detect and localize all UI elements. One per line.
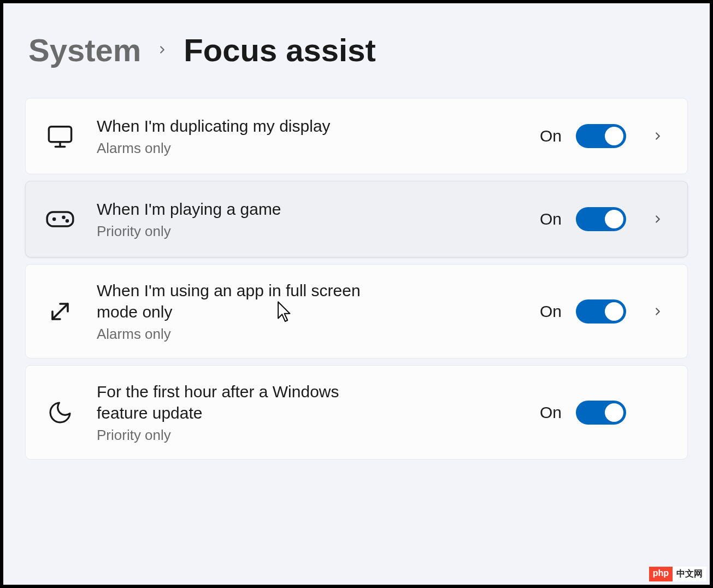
setting-subtitle: Alarms only <box>97 326 381 343</box>
setting-text: When I'm duplicating my display Alarms o… <box>97 115 381 157</box>
watermark-right: 中文网 <box>673 567 706 581</box>
watermark: php 中文网 <box>649 567 706 581</box>
page-title: Focus assist <box>184 32 375 68</box>
toggle-switch[interactable] <box>576 207 626 231</box>
setting-text: When I'm using an app in full screen mod… <box>97 280 381 343</box>
setting-title: For the first hour after a Windows featu… <box>97 381 381 424</box>
setting-title: When I'm playing a game <box>97 198 381 220</box>
toggle-status-label: On <box>540 127 562 145</box>
setting-title: When I'm duplicating my display <box>97 115 381 137</box>
toggle-switch[interactable] <box>576 401 626 425</box>
toggle-status-label: On <box>540 403 562 422</box>
expand-chevron-icon[interactable] <box>647 213 669 225</box>
setting-row-after-update[interactable]: For the first hour after a Windows featu… <box>25 365 688 460</box>
setting-title: When I'm using an app in full screen mod… <box>97 280 381 322</box>
setting-subtitle: Priority only <box>97 427 381 444</box>
settings-list: When I'm duplicating my display Alarms o… <box>25 98 688 460</box>
setting-text: For the first hour after a Windows featu… <box>97 381 381 444</box>
setting-controls: On <box>540 207 669 231</box>
toggle-status-label: On <box>540 302 562 321</box>
toggle-switch[interactable] <box>576 124 626 148</box>
expand-chevron-icon[interactable] <box>647 130 669 142</box>
gamepad-icon <box>44 209 76 229</box>
setting-row-fullscreen-app[interactable]: When I'm using an app in full screen mod… <box>25 264 688 358</box>
breadcrumb: System Focus assist <box>28 32 688 68</box>
expand-chevron-icon[interactable] <box>647 305 669 317</box>
setting-controls: On <box>540 401 669 425</box>
fullscreen-arrow-icon <box>44 298 76 325</box>
toggle-status-label: On <box>540 210 562 228</box>
setting-controls: On <box>540 124 669 148</box>
monitor-icon <box>44 122 76 150</box>
settings-window: System Focus assist When I'm duplicating… <box>3 3 710 585</box>
setting-controls: On <box>540 299 669 324</box>
chevron-right-icon <box>156 40 168 64</box>
setting-subtitle: Priority only <box>97 223 381 240</box>
breadcrumb-parent[interactable]: System <box>28 32 141 68</box>
svg-rect-0 <box>49 127 71 142</box>
watermark-left: php <box>649 567 673 581</box>
toggle-switch[interactable] <box>576 299 626 324</box>
setting-row-duplicating-display[interactable]: When I'm duplicating my display Alarms o… <box>25 98 688 174</box>
moon-icon <box>44 399 76 426</box>
svg-line-6 <box>52 304 68 319</box>
svg-point-3 <box>54 218 55 220</box>
setting-text: When I'm playing a game Priority only <box>97 198 381 240</box>
svg-point-4 <box>63 216 64 218</box>
svg-point-5 <box>66 220 68 222</box>
setting-subtitle: Alarms only <box>97 140 381 157</box>
setting-row-playing-game[interactable]: When I'm playing a game Priority only On <box>25 181 688 257</box>
